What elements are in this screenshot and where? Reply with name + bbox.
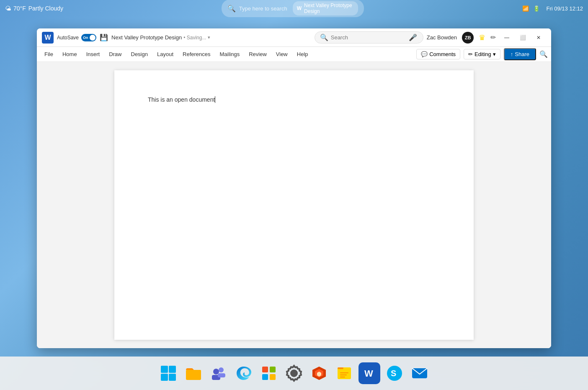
user-name: Zac Bowden: [427, 34, 457, 41]
autosave-on-label: On: [83, 36, 88, 40]
menu-bar: File Home Insert Draw Design Layout Refe…: [37, 47, 551, 62]
store-icon: [260, 364, 278, 382]
word-app-icon: W: [362, 366, 377, 381]
menu-draw[interactable]: Draw: [105, 49, 126, 59]
crown-icon[interactable]: ♛: [479, 33, 485, 42]
menu-insert[interactable]: Insert: [82, 49, 104, 59]
taskbar-office[interactable]: [308, 362, 330, 384]
user-section: Zac Bowden ZB ♛ ✏: [427, 32, 496, 44]
title-search-icon: 🔍: [320, 33, 328, 41]
file-manager-icon: [335, 364, 353, 382]
tray-datetime: Fri 09/13 12:12: [547, 5, 583, 12]
menu-home[interactable]: Home: [58, 49, 81, 59]
office-icon: [310, 364, 328, 382]
editing-button[interactable]: ✏ Editing ▾: [464, 49, 500, 59]
desktop: 🌤 70°F Partly Cloudy 🔍 W Next Valley Pro…: [0, 0, 588, 390]
tray-icons: 📶 🔋: [522, 5, 540, 12]
minimize-button[interactable]: —: [499, 31, 514, 44]
taskbar-search[interactable]: 🔍 W Next Valley Prototype Design: [222, 0, 364, 17]
taskbar-store[interactable]: [258, 362, 280, 384]
word-logo-icon: W: [42, 32, 54, 44]
taskbar-pill-label: Next Valley Prototype Design: [304, 3, 354, 14]
svg-rect-20: [340, 377, 345, 377]
document-page[interactable]: This is an open document: [114, 70, 474, 340]
svg-rect-9: [218, 373, 225, 377]
svg-rect-11: [270, 367, 276, 372]
doc-title-text: Next Valley Prototype Design: [111, 34, 182, 41]
wifi-icon: 📶: [522, 5, 529, 12]
svg-rect-0: [161, 366, 168, 373]
menu-references[interactable]: References: [178, 49, 214, 59]
title-bar: W AutoSave On 💾 Next Valley Prototype De…: [37, 28, 551, 47]
svg-rect-5: [186, 370, 201, 379]
save-icon[interactable]: 💾: [100, 33, 108, 41]
skype-icon: S: [385, 364, 404, 382]
taskbar: W S: [0, 357, 588, 390]
taskbar-teams[interactable]: [208, 362, 230, 384]
menu-help[interactable]: Help: [293, 49, 312, 59]
left-panel: [37, 62, 114, 348]
weather-icon: 🌤: [5, 5, 11, 12]
svg-rect-18: [340, 372, 348, 373]
pen-icon[interactable]: ✏: [490, 33, 496, 41]
menu-file[interactable]: File: [40, 49, 57, 59]
autosave-toggle[interactable]: On: [81, 34, 96, 41]
taskbar-file-manager[interactable]: [333, 362, 355, 384]
settings-icon: [285, 364, 303, 382]
mic-icon[interactable]: 🎤: [409, 33, 417, 41]
text-cursor: [215, 96, 215, 103]
document-content[interactable]: This is an open document: [148, 95, 440, 104]
taskbar-start-button[interactable]: [157, 362, 179, 384]
taskbar-mail[interactable]: [409, 362, 431, 384]
menu-review[interactable]: Review: [245, 49, 271, 59]
mail-icon: [410, 364, 429, 382]
taskbar-edge[interactable]: [233, 362, 255, 384]
taskbar-search-input[interactable]: [239, 5, 289, 12]
menu-right-section: 💬 Comments ✏ Editing ▾ ↑ Share 🔍: [416, 48, 548, 60]
svg-point-6: [219, 367, 224, 372]
menu-view[interactable]: View: [272, 49, 292, 59]
windows-logo-icon: [160, 365, 177, 382]
menu-mailings[interactable]: Mailings: [216, 49, 244, 59]
edge-icon: [235, 364, 253, 382]
word-window: W AutoSave On 💾 Next Valley Prototype De…: [37, 28, 551, 348]
window-controls: — ⬜ ✕: [499, 31, 546, 44]
review-icon[interactable]: 🔍: [539, 50, 548, 58]
doc-status-text: • Saving...: [183, 35, 206, 41]
close-button[interactable]: ✕: [531, 31, 546, 44]
battery-icon: 🔋: [533, 5, 540, 12]
right-panel: [474, 62, 551, 348]
document-text: This is an open document: [148, 96, 215, 103]
svg-point-7: [213, 369, 219, 375]
search-icon: 🔍: [227, 5, 236, 13]
maximize-button[interactable]: ⬜: [515, 31, 530, 44]
taskbar-file-explorer[interactable]: [183, 362, 204, 384]
taskbar-settings[interactable]: [283, 362, 305, 384]
svg-rect-19: [340, 375, 347, 375]
system-tray: 🌤 70°F Partly Cloudy 🔍 W Next Valley Pro…: [0, 0, 588, 17]
doc-title-dropdown-icon[interactable]: ▾: [208, 35, 210, 40]
document-area[interactable]: This is an open document: [37, 62, 551, 348]
svg-rect-17: [338, 367, 343, 369]
svg-rect-10: [262, 367, 268, 372]
svg-rect-3: [169, 374, 176, 381]
tray-right: 📶 🔋 Fri 09/13 12:12: [522, 5, 583, 12]
menu-layout[interactable]: Layout: [153, 49, 178, 59]
svg-rect-13: [270, 374, 276, 380]
autosave-section: AutoSave On: [57, 34, 96, 41]
title-search-box[interactable]: 🔍 🎤: [315, 31, 423, 44]
editing-dropdown-icon: ▾: [493, 51, 496, 57]
svg-rect-2: [161, 374, 168, 381]
title-search-input[interactable]: [331, 34, 406, 41]
weather-info: 🌤 70°F Partly Cloudy: [5, 5, 63, 12]
taskbar-skype[interactable]: S: [384, 362, 405, 384]
menu-design[interactable]: Design: [127, 49, 152, 59]
share-button[interactable]: ↑ Share: [504, 48, 536, 60]
file-explorer-icon: [184, 364, 203, 382]
comments-button[interactable]: 💬 Comments: [416, 49, 460, 59]
autosave-label: AutoSave: [57, 35, 79, 41]
taskbar-word-pill: W Next Valley Prototype Design: [293, 1, 358, 15]
svg-rect-1: [169, 366, 176, 373]
comments-icon: 💬: [421, 51, 428, 57]
taskbar-word[interactable]: W: [358, 362, 380, 384]
